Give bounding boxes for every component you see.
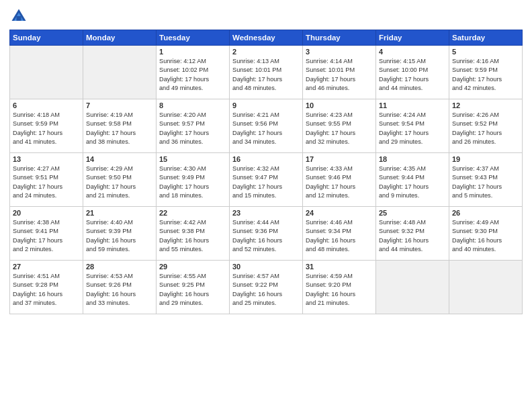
calendar-cell: 16Sunrise: 4:32 AMSunset: 9:47 PMDayligh… [230, 153, 303, 207]
calendar-cell [83, 46, 157, 99]
calendar-cell: 4Sunrise: 4:15 AMSunset: 10:00 PMDayligh… [376, 46, 449, 99]
day-info: Sunrise: 4:13 AMSunset: 10:01 PMDaylight… [232, 58, 282, 91]
calendar-cell: 8Sunrise: 4:20 AMSunset: 9:57 PMDaylight… [157, 99, 230, 153]
calendar-cell: 28Sunrise: 4:53 AMSunset: 9:26 PMDayligh… [83, 261, 157, 314]
day-number: 15 [159, 155, 226, 163]
calendar-week-2: 6Sunrise: 4:18 AMSunset: 9:59 PMDaylight… [10, 99, 523, 153]
day-number: 29 [159, 263, 226, 271]
calendar-cell: 20Sunrise: 4:38 AMSunset: 9:41 PMDayligh… [10, 207, 83, 261]
calendar-cell: 18Sunrise: 4:35 AMSunset: 9:44 PMDayligh… [376, 153, 449, 207]
weekday-header-friday: Friday [376, 30, 449, 46]
day-number: 25 [379, 209, 446, 217]
calendar-cell: 11Sunrise: 4:24 AMSunset: 9:54 PMDayligh… [376, 99, 449, 153]
calendar-cell: 12Sunrise: 4:26 AMSunset: 9:52 PMDayligh… [449, 99, 523, 153]
calendar-cell: 22Sunrise: 4:42 AMSunset: 9:38 PMDayligh… [157, 207, 230, 261]
weekday-header-tuesday: Tuesday [157, 30, 230, 46]
calendar-cell: 14Sunrise: 4:29 AMSunset: 9:50 PMDayligh… [83, 153, 157, 207]
day-number: 26 [452, 209, 519, 217]
calendar-cell: 30Sunrise: 4:57 AMSunset: 9:22 PMDayligh… [230, 261, 303, 314]
calendar-cell: 6Sunrise: 4:18 AMSunset: 9:59 PMDaylight… [10, 99, 83, 153]
day-info: Sunrise: 4:29 AMSunset: 9:50 PMDaylight:… [86, 165, 136, 199]
calendar-cell: 17Sunrise: 4:33 AMSunset: 9:46 PMDayligh… [303, 153, 376, 207]
day-number: 1 [159, 48, 226, 56]
day-number: 27 [13, 263, 80, 271]
calendar-header: SundayMondayTuesdayWednesdayThursdayFrid… [10, 30, 523, 46]
calendar-cell: 2Sunrise: 4:13 AMSunset: 10:01 PMDayligh… [230, 46, 303, 99]
day-info: Sunrise: 4:48 AMSunset: 9:32 PMDaylight:… [379, 219, 429, 253]
day-info: Sunrise: 4:32 AMSunset: 9:47 PMDaylight:… [232, 165, 282, 199]
calendar-cell: 23Sunrise: 4:44 AMSunset: 9:36 PMDayligh… [230, 207, 303, 261]
day-info: Sunrise: 4:57 AMSunset: 9:22 PMDaylight:… [232, 273, 282, 306]
day-info: Sunrise: 4:46 AMSunset: 9:34 PMDaylight:… [306, 219, 355, 253]
calendar-week-1: 1Sunrise: 4:12 AMSunset: 10:02 PMDayligh… [10, 46, 523, 99]
calendar-cell: 25Sunrise: 4:48 AMSunset: 9:32 PMDayligh… [376, 207, 449, 261]
page: SundayMondayTuesdayWednesdayThursdayFrid… [0, 0, 532, 411]
day-number: 3 [306, 48, 373, 56]
weekday-header-saturday: Saturday [449, 30, 523, 46]
calendar-cell: 26Sunrise: 4:49 AMSunset: 9:30 PMDayligh… [449, 207, 523, 261]
calendar-cell [10, 46, 83, 99]
day-info: Sunrise: 4:19 AMSunset: 9:58 PMDaylight:… [86, 111, 136, 145]
calendar-week-4: 20Sunrise: 4:38 AMSunset: 9:41 PMDayligh… [10, 207, 523, 261]
day-number: 16 [232, 155, 300, 163]
calendar-week-3: 13Sunrise: 4:27 AMSunset: 9:51 PMDayligh… [10, 153, 523, 207]
calendar-cell: 27Sunrise: 4:51 AMSunset: 9:28 PMDayligh… [10, 261, 83, 314]
day-number: 18 [379, 155, 446, 163]
day-info: Sunrise: 4:20 AMSunset: 9:57 PMDaylight:… [159, 111, 209, 145]
calendar-cell: 7Sunrise: 4:19 AMSunset: 9:58 PMDaylight… [83, 99, 157, 153]
day-number: 24 [306, 209, 373, 217]
header [9, 7, 523, 26]
day-info: Sunrise: 4:59 AMSunset: 9:20 PMDaylight:… [306, 273, 355, 306]
calendar-cell [376, 261, 449, 314]
day-info: Sunrise: 4:44 AMSunset: 9:36 PMDaylight:… [232, 219, 282, 253]
day-number: 21 [86, 209, 153, 217]
calendar-body: 1Sunrise: 4:12 AMSunset: 10:02 PMDayligh… [10, 46, 523, 314]
day-info: Sunrise: 4:14 AMSunset: 10:01 PMDaylight… [306, 58, 355, 91]
day-number: 14 [86, 155, 153, 163]
weekday-header-sunday: Sunday [10, 30, 83, 46]
day-number: 7 [86, 101, 153, 109]
day-info: Sunrise: 4:49 AMSunset: 9:30 PMDaylight:… [452, 219, 502, 253]
calendar-cell: 19Sunrise: 4:37 AMSunset: 9:43 PMDayligh… [449, 153, 523, 207]
calendar-cell: 29Sunrise: 4:55 AMSunset: 9:25 PMDayligh… [157, 261, 230, 314]
day-info: Sunrise: 4:38 AMSunset: 9:41 PMDaylight:… [13, 219, 62, 253]
weekday-header-row: SundayMondayTuesdayWednesdayThursdayFrid… [10, 30, 523, 46]
day-number: 9 [232, 101, 300, 109]
day-info: Sunrise: 4:42 AMSunset: 9:38 PMDaylight:… [159, 219, 209, 253]
day-info: Sunrise: 4:30 AMSunset: 9:49 PMDaylight:… [159, 165, 209, 199]
day-number: 20 [13, 209, 80, 217]
day-number: 30 [232, 263, 300, 271]
day-info: Sunrise: 4:51 AMSunset: 9:28 PMDaylight:… [13, 273, 62, 306]
calendar-cell: 15Sunrise: 4:30 AMSunset: 9:49 PMDayligh… [157, 153, 230, 207]
day-info: Sunrise: 4:33 AMSunset: 9:46 PMDaylight:… [306, 165, 355, 199]
calendar-cell: 1Sunrise: 4:12 AMSunset: 10:02 PMDayligh… [157, 46, 230, 99]
day-info: Sunrise: 4:16 AMSunset: 9:59 PMDaylight:… [452, 58, 502, 91]
day-number: 12 [452, 101, 519, 109]
day-number: 10 [306, 101, 373, 109]
svg-rect-2 [17, 16, 21, 21]
day-info: Sunrise: 4:40 AMSunset: 9:39 PMDaylight:… [86, 219, 136, 253]
logo [9, 7, 31, 26]
day-info: Sunrise: 4:15 AMSunset: 10:00 PMDaylight… [379, 58, 429, 91]
day-info: Sunrise: 4:12 AMSunset: 10:02 PMDaylight… [159, 58, 209, 91]
day-number: 2 [232, 48, 300, 56]
day-number: 5 [452, 48, 519, 56]
day-number: 4 [379, 48, 446, 56]
calendar-cell [449, 261, 523, 314]
calendar-cell: 9Sunrise: 4:21 AMSunset: 9:56 PMDaylight… [230, 99, 303, 153]
day-number: 8 [159, 101, 226, 109]
day-info: Sunrise: 4:53 AMSunset: 9:26 PMDaylight:… [86, 273, 136, 306]
calendar-table: SundayMondayTuesdayWednesdayThursdayFrid… [9, 30, 523, 314]
day-number: 6 [13, 101, 80, 109]
calendar-week-5: 27Sunrise: 4:51 AMSunset: 9:28 PMDayligh… [10, 261, 523, 314]
day-number: 23 [232, 209, 300, 217]
day-number: 11 [379, 101, 446, 109]
day-number: 22 [159, 209, 226, 217]
day-number: 19 [452, 155, 519, 163]
day-info: Sunrise: 4:23 AMSunset: 9:55 PMDaylight:… [306, 111, 355, 145]
calendar-cell: 3Sunrise: 4:14 AMSunset: 10:01 PMDayligh… [303, 46, 376, 99]
calendar-cell: 10Sunrise: 4:23 AMSunset: 9:55 PMDayligh… [303, 99, 376, 153]
calendar-cell: 5Sunrise: 4:16 AMSunset: 9:59 PMDaylight… [449, 46, 523, 99]
day-info: Sunrise: 4:21 AMSunset: 9:56 PMDaylight:… [232, 111, 282, 145]
day-info: Sunrise: 4:35 AMSunset: 9:44 PMDaylight:… [379, 165, 429, 199]
